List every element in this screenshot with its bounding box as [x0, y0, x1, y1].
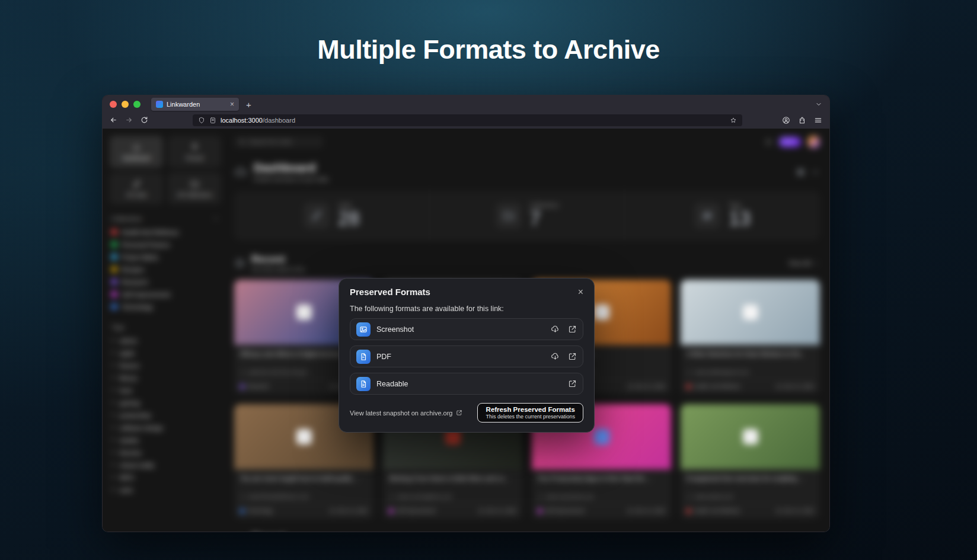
reload-button[interactable] — [141, 116, 148, 124]
link-card-collection[interactable]: Health And Wellness — [687, 383, 740, 389]
sidebar-item-all-collections[interactable]: All Collections — [168, 172, 221, 204]
link-card-date: Dec 31, 2022 — [627, 508, 665, 514]
archive-org-link[interactable]: View latest snapshot on archive.org — [350, 409, 462, 417]
tag-item[interactable]: # WFH — [110, 471, 221, 484]
extensions-icon[interactable] — [798, 116, 806, 124]
link-card-collection[interactable]: Research — [240, 383, 269, 389]
collection-item[interactable]: Technology — [110, 300, 221, 313]
modal-title: Preserved Formats — [350, 287, 430, 297]
recent-section-header: Recent Recently added Links View All — [234, 254, 820, 273]
traffic-light-close[interactable] — [110, 101, 117, 108]
menu-icon[interactable] — [814, 116, 822, 124]
tag-item[interactable]: # fitness — [110, 372, 221, 384]
collection-item[interactable]: Personal Finance — [110, 238, 221, 251]
tag-item[interactable]: # virtual reality — [110, 459, 221, 471]
traffic-light-minimize[interactable] — [122, 101, 129, 108]
download-cloud-icon[interactable] — [551, 325, 560, 334]
collection-label: Self Improvement — [122, 291, 170, 298]
traffic-light-zoom[interactable] — [133, 101, 141, 108]
dashboard-header: Dashboard A brief overview of your data — [234, 161, 820, 183]
external-link-icon[interactable] — [568, 379, 577, 388]
tracking-shield-icon[interactable] — [198, 117, 205, 124]
back-button[interactable] — [110, 116, 117, 124]
tag-label: virtual reality — [120, 462, 155, 469]
tags-header[interactable]: Tags — [110, 324, 221, 334]
download-cloud-icon[interactable] — [551, 352, 560, 361]
view-toggle-icon[interactable] — [796, 168, 805, 177]
theme-toggle-icon[interactable] — [765, 138, 772, 146]
link-card-url[interactable]: www.florianbellmann.com — [240, 494, 368, 500]
hash-icon: # — [111, 487, 115, 493]
tag-item[interactable]: # work — [110, 484, 221, 496]
link-card-collection[interactable]: Self Improvement — [389, 508, 436, 514]
tag-item[interactable]: # software design — [110, 421, 221, 434]
external-link-icon[interactable] — [568, 325, 577, 334]
collections-header[interactable]: Collections — [110, 215, 221, 226]
forward-button[interactable] — [125, 116, 133, 124]
tab-title: Linkwarden — [167, 101, 200, 108]
preserved-formats-modal: Preserved Formats × The following format… — [339, 278, 595, 433]
external-link-icon[interactable] — [568, 352, 577, 361]
link-card-url[interactable]: www.morningbrew.com — [389, 494, 516, 500]
search-field[interactable] — [249, 139, 314, 145]
account-icon[interactable] — [782, 116, 790, 124]
link-card-url[interactable]: www.wellandgood.com — [687, 369, 814, 375]
tag-item[interactable]: # gaming — [110, 396, 221, 409]
tag-item[interactable]: # food — [110, 384, 221, 396]
tab-list-chevron-icon[interactable] — [815, 101, 822, 108]
link-card-image — [681, 404, 820, 469]
sidebar: Dashboard Pinned All Links All Coll — [103, 129, 227, 532]
search-input[interactable] — [234, 136, 323, 148]
collection-item[interactable]: Recipes — [110, 263, 221, 276]
link-card-url[interactable]: www.sweat.com — [687, 494, 814, 500]
top-bar: + — [234, 136, 820, 148]
modal-footer: View latest snapshot on archive.org Refr… — [350, 403, 583, 423]
refresh-preserved-formats-button[interactable]: Refresh Preserved Formats This deletes t… — [477, 403, 583, 423]
collection-label: Recipes — [122, 266, 144, 273]
link-card-collection[interactable]: Self Improvement — [538, 508, 585, 514]
bookmark-star-icon[interactable] — [730, 117, 737, 124]
browser-tab-linkwarden[interactable]: Linkwarden × — [151, 98, 239, 111]
expand-icon[interactable] — [811, 168, 820, 177]
sidebar-item-label: All Collections — [177, 191, 212, 198]
sidebar-item-label: All Links — [126, 191, 146, 198]
tag-item[interactable]: # productivity — [110, 409, 221, 421]
collection-item[interactable]: Project Alpha — [110, 251, 221, 263]
archive-link-label: View latest snapshot on archive.org — [350, 409, 452, 417]
link-card-favicon-chip — [594, 429, 609, 444]
link-card-collection[interactable]: Health And Wellness — [687, 508, 740, 514]
new-link-button[interactable]: + — [779, 137, 801, 147]
background: Multiple Formats to Archive Linkwarden ×… — [0, 0, 977, 560]
sidebar-item-dashboard[interactable]: Dashboard — [110, 136, 163, 168]
sidebar-item-pinned[interactable]: Pinned — [168, 136, 221, 168]
link-icon — [389, 494, 394, 500]
calendar-icon — [776, 508, 781, 514]
link-card[interactable]: 3 Wrist Stretches for Desk Workers to Do… — [681, 280, 820, 395]
collection-item[interactable]: Self Improvement — [110, 288, 221, 300]
close-icon[interactable]: × — [578, 287, 583, 297]
link-card-url[interactable]: www.macstories.net — [538, 494, 665, 500]
collections-list: Health And Wellness Personal Finance — [110, 226, 221, 313]
page-info-icon[interactable] — [209, 117, 216, 124]
view-all-link[interactable]: View All — [788, 260, 820, 267]
tag-item[interactable]: # studies — [110, 434, 221, 446]
tag-item[interactable]: # apple — [110, 347, 221, 359]
collection-item[interactable]: Research — [110, 276, 221, 288]
url-bar[interactable]: localhost:3000/dashboard — [193, 114, 742, 126]
avatar[interactable] — [807, 136, 820, 148]
tag-item[interactable]: # theories — [110, 446, 221, 459]
stat-value: 13 — [729, 209, 751, 229]
link-card[interactable]: 8 equipment free exercises for sculpting… — [681, 404, 820, 519]
hash-icon: # — [111, 362, 115, 369]
tab-close-icon[interactable]: × — [230, 101, 234, 108]
collection-color-dot — [389, 509, 393, 513]
link-card-collection[interactable]: Technology — [240, 508, 273, 514]
tag-item[interactable]: # advice — [110, 334, 221, 347]
new-tab-button[interactable]: + — [246, 100, 251, 109]
tag-item[interactable]: # finance — [110, 359, 221, 372]
collection-item[interactable]: Health And Wellness — [110, 226, 221, 238]
sidebar-item-all-links[interactable]: All Links — [110, 172, 163, 204]
calendar-icon — [627, 384, 633, 389]
link-card-favicon-chip — [296, 429, 312, 444]
collection-color-dot — [111, 254, 117, 260]
